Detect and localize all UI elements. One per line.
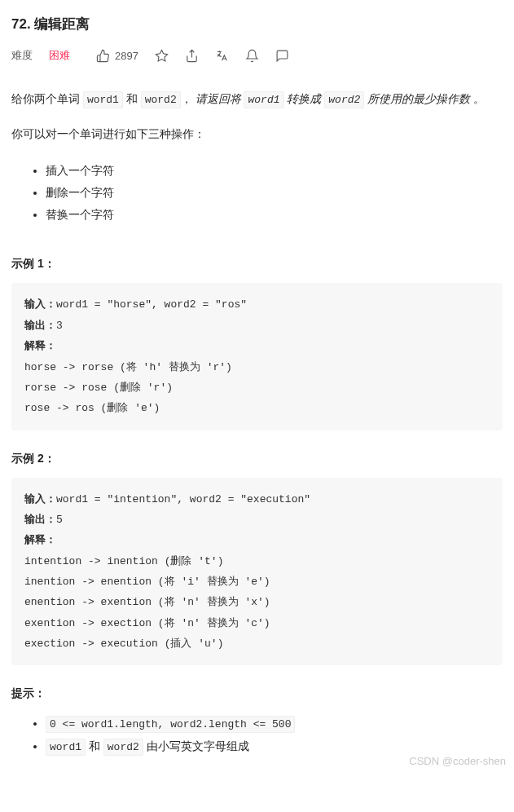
difficulty-label: 难度 [11, 48, 33, 63]
example1-heading: 示例 1： [11, 257, 503, 271]
list-item: 0 <= word1.length, word2.length <= 500 [46, 713, 503, 735]
example1-block: 输入：word1 = "horse", word2 = "ros" 输出：3 解… [11, 283, 503, 430]
list-item: 替换一个字符 [46, 204, 503, 226]
watermark: CSDN @coder-shen [409, 755, 506, 767]
code-word1-i: word1 [244, 91, 283, 108]
description-line2: 你可以对一个单词进行如下三种操作： [11, 124, 503, 144]
constraint-code: word1 [46, 739, 86, 756]
thumbs-up-icon [96, 49, 110, 63]
constraints-list: 0 <= word1.length, word2.length <= 500 w… [11, 713, 503, 757]
star-icon[interactable] [155, 49, 169, 63]
list-item: 删除一个字符 [46, 182, 503, 204]
translate-icon[interactable] [215, 49, 229, 63]
bell-icon[interactable] [245, 49, 259, 63]
code-word2-i: word2 [324, 91, 364, 108]
problem-title: 72. 编辑距离 [11, 15, 503, 33]
share-icon[interactable] [185, 49, 199, 63]
difficulty-value: 困难 [49, 48, 70, 63]
meta-row: 难度 困难 2897 [11, 48, 503, 63]
example2-block: 输入：word1 = "intention", word2 = "executi… [11, 478, 503, 666]
code-word1: word1 [83, 91, 123, 108]
example2-heading: 示例 2： [11, 452, 503, 466]
likes-count: 2897 [115, 50, 138, 62]
operations-list: 插入一个字符 删除一个字符 替换一个字符 [11, 160, 503, 227]
constraint-code: word2 [103, 739, 143, 756]
svg-marker-0 [156, 50, 167, 60]
likes-button[interactable]: 2897 [96, 49, 138, 63]
feedback-icon[interactable] [275, 49, 289, 63]
list-item: word1 和 word2 由小写英文字母组成 [46, 735, 503, 757]
description-line1: 给你两个单词 word1 和 word2， 请返回将 word1 转换成 wor… [11, 89, 503, 109]
code-word2: word2 [141, 91, 181, 108]
constraint-code: 0 <= word1.length, word2.length <= 500 [46, 716, 295, 733]
list-item: 插入一个字符 [46, 160, 503, 182]
constraints-heading: 提示： [11, 686, 503, 701]
